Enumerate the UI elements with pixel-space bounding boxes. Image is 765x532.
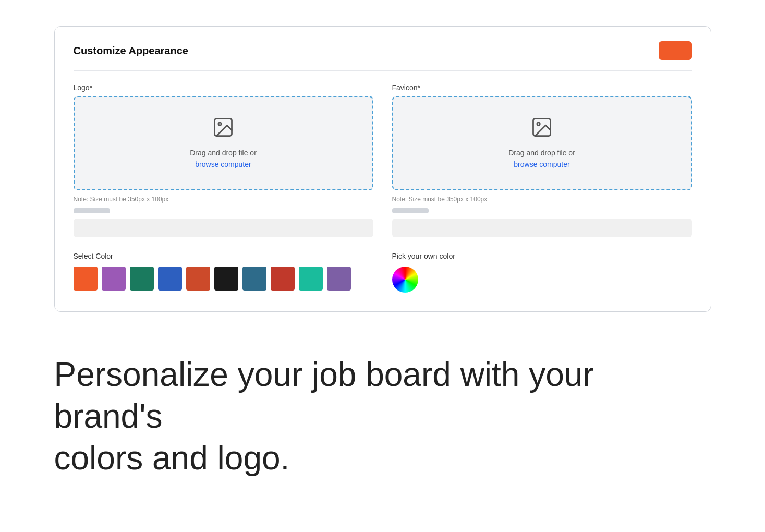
swatch-burnt-orange[interactable] <box>186 267 210 291</box>
color-wheel-picker[interactable] <box>392 267 418 293</box>
swatch-teal[interactable] <box>299 267 323 291</box>
logo-image-icon <box>212 116 235 142</box>
logo-browse-link[interactable]: browse computer <box>195 160 251 168</box>
swatch-teal-dark[interactable] <box>130 267 154 291</box>
favicon-browse-link[interactable]: browse computer <box>514 160 569 168</box>
bottom-text-section: Personalize your job board with your bra… <box>54 354 711 479</box>
color-swatches-container <box>74 267 373 291</box>
favicon-image-icon <box>530 116 553 142</box>
favicon-note: Note: Size must be 350px x 100px <box>392 196 692 203</box>
swatch-orange[interactable] <box>74 267 98 291</box>
swatch-purple[interactable] <box>102 267 126 291</box>
logo-placeholder-block <box>74 219 373 237</box>
logo-upload-section: Logo* Drag and drop file or browse compu… <box>74 83 373 237</box>
pick-color-group: Pick your own color <box>392 252 692 293</box>
orange-action-button[interactable] <box>659 41 692 60</box>
favicon-placeholder-block <box>392 219 692 237</box>
svg-point-3 <box>537 123 540 126</box>
logo-dropzone-text: Drag and drop file or browse computer <box>190 147 257 171</box>
favicon-placeholder-bar <box>392 208 429 213</box>
logo-placeholder-bar <box>74 208 110 213</box>
headline-line1: Personalize your job board with your bra… <box>54 356 594 435</box>
select-color-label: Select Color <box>74 252 373 260</box>
swatch-red[interactable] <box>271 267 295 291</box>
customize-appearance-card: Customize Appearance Logo* Drag and drop… <box>54 26 711 312</box>
card-title: Customize Appearance <box>74 45 188 57</box>
logo-label: Logo* <box>74 83 373 92</box>
favicon-drag-text: Drag and drop file or <box>508 149 575 157</box>
favicon-label: Favicon* <box>392 83 692 92</box>
swatch-blue[interactable] <box>158 267 182 291</box>
header-divider <box>74 70 692 71</box>
headline: Personalize your job board with your bra… <box>54 354 711 479</box>
swatch-medium-purple[interactable] <box>327 267 351 291</box>
favicon-dropzone[interactable]: Drag and drop file or browse computer <box>392 96 692 190</box>
logo-drag-text: Drag and drop file or <box>190 149 257 157</box>
favicon-upload-section: Favicon* Drag and drop file or browse co… <box>392 83 692 237</box>
logo-dropzone[interactable]: Drag and drop file or browse computer <box>74 96 373 190</box>
swatch-black[interactable] <box>214 267 238 291</box>
color-section: Select Color Pick your own color <box>74 252 692 293</box>
card-header: Customize Appearance <box>74 41 692 60</box>
upload-row: Logo* Drag and drop file or browse compu… <box>74 83 692 237</box>
swatch-steel-blue[interactable] <box>242 267 266 291</box>
select-color-group: Select Color <box>74 252 373 291</box>
logo-note: Note: Size must be 350px x 100px <box>74 196 373 203</box>
headline-line2: colors and logo. <box>54 439 290 477</box>
favicon-dropzone-text: Drag and drop file or browse computer <box>508 147 575 171</box>
pick-color-label: Pick your own color <box>392 252 692 260</box>
svg-point-1 <box>218 123 222 126</box>
